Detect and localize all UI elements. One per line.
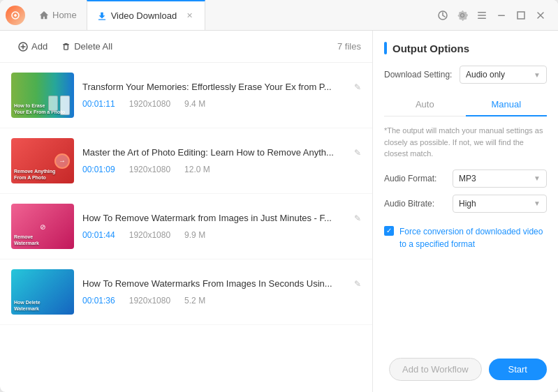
video-title: Transform Your Memories: Effortlessly Er… xyxy=(82,82,350,92)
video-item[interactable]: How to EraseYour Ex From a Photo Transfo… xyxy=(0,63,372,128)
tab-close-button[interactable]: ✕ xyxy=(184,10,195,22)
main-content: Add Delete All 7 files How to EraseYour … xyxy=(0,31,558,392)
video-size: 5.2 M xyxy=(184,296,205,306)
video-resolution: 1920x1080 xyxy=(129,230,170,240)
start-button[interactable]: Start xyxy=(489,359,547,380)
video-title: How To Remove Watermark from Images in J… xyxy=(82,213,350,223)
app-icon xyxy=(6,6,25,25)
thumb-overlay-text: How DeleteWatermark xyxy=(14,299,41,312)
minimize-icon[interactable] xyxy=(495,9,508,22)
format-dropdown-arrow: ▼ xyxy=(534,174,541,182)
video-meta: 00:01:44 1920x1080 9.9 M xyxy=(82,230,361,240)
video-title: How To Remove Watermarks From Images In … xyxy=(82,278,350,289)
video-list: How to EraseYour Ex From a Photo Transfo… xyxy=(0,63,372,392)
delete-all-button[interactable]: Delete All xyxy=(54,38,119,55)
mode-tabs: Auto Manual xyxy=(384,93,547,116)
video-info: Transform Your Memories: Effortlessly Er… xyxy=(82,82,361,109)
force-convert-checkbox[interactable]: ✓ xyxy=(384,226,394,236)
menu-icon[interactable] xyxy=(476,9,488,22)
download-setting-label: Download Setting: xyxy=(384,70,454,80)
left-panel: Add Delete All 7 files How to EraseYour … xyxy=(0,31,373,392)
checkmark-icon: ✓ xyxy=(386,227,392,234)
titlebar: Home Video Download ✕ xyxy=(0,0,558,31)
thumb-overlay-text: Remove AnythingFrom A Photo xyxy=(14,168,55,181)
video-size: 12.0 M xyxy=(184,165,210,174)
add-to-workflow-button[interactable]: Add to Workflow xyxy=(389,358,481,381)
video-thumbnail: RemoveWatermark ⊘ xyxy=(11,204,74,249)
video-duration: 00:01:11 xyxy=(82,99,115,109)
history-icon[interactable] xyxy=(436,9,449,22)
video-thumbnail: How to EraseYour Ex From a Photo xyxy=(11,73,74,118)
video-title-row: Transform Your Memories: Effortlessly Er… xyxy=(82,82,361,92)
tab-title: Video Download xyxy=(111,10,177,21)
home-tab-label: Home xyxy=(52,10,77,20)
edit-icon[interactable]: ✎ xyxy=(354,213,361,223)
audio-format-select[interactable]: MP3 ▼ xyxy=(453,169,547,188)
video-item[interactable]: Remove AnythingFrom A Photo → Master the… xyxy=(0,128,372,194)
tab-video-download[interactable]: Video Download ✕ xyxy=(87,0,205,30)
audio-bitrate-label: Audio Bitrate: xyxy=(384,199,447,209)
svg-rect-5 xyxy=(478,17,486,19)
video-resolution: 1920x1080 xyxy=(129,165,170,174)
dropdown-arrow: ▼ xyxy=(534,71,541,79)
plus-circle-icon xyxy=(18,42,28,52)
tab-manual[interactable]: Manual xyxy=(466,93,548,116)
right-panel: Output Options Download Setting: Audio o… xyxy=(373,31,558,392)
accent-bar xyxy=(384,42,387,54)
video-info: How To Remove Watermarks From Images In … xyxy=(82,278,361,306)
video-item[interactable]: How DeleteWatermark How To Remove Waterm… xyxy=(0,259,372,325)
download-setting-value: Audio only xyxy=(466,70,505,80)
close-icon[interactable] xyxy=(534,9,547,22)
svg-rect-7 xyxy=(517,12,524,19)
audio-format-label: Audio Format: xyxy=(384,174,447,183)
audio-bitrate-value: High xyxy=(459,199,476,209)
edit-icon[interactable]: ✎ xyxy=(354,279,361,289)
toolbar: Add Delete All 7 files xyxy=(0,31,372,63)
video-size: 9.9 M xyxy=(184,230,205,240)
video-thumbnail: Remove AnythingFrom A Photo → xyxy=(11,138,74,183)
app-window: Home Video Download ✕ xyxy=(0,0,558,392)
titlebar-tabs: Home Video Download ✕ xyxy=(29,0,436,30)
output-options-header: Output Options xyxy=(384,42,547,54)
video-resolution: 1920x1080 xyxy=(129,296,170,306)
settings-icon[interactable] xyxy=(456,9,469,22)
video-item[interactable]: RemoveWatermark ⊘ How To Remove Watermar… xyxy=(0,194,372,259)
file-count: 7 files xyxy=(337,41,361,52)
audio-bitrate-row: Audio Bitrate: High ▼ xyxy=(384,195,547,213)
download-setting-row: Download Setting: Audio only ▼ xyxy=(384,66,547,84)
thumb-overlay-text: RemoveWatermark xyxy=(14,234,39,246)
video-resolution: 1920x1080 xyxy=(129,99,170,109)
force-convert-row: ✓ Force conversion of downloaded video t… xyxy=(384,225,547,250)
video-duration: 00:01:36 xyxy=(82,296,115,306)
edit-icon[interactable]: ✎ xyxy=(354,82,361,92)
video-meta: 00:01:11 1920x1080 9.4 M xyxy=(82,99,361,109)
video-duration: 00:01:09 xyxy=(82,165,115,174)
audio-format-row: Audio Format: MP3 ▼ xyxy=(384,169,547,188)
edit-icon[interactable]: ✎ xyxy=(354,148,361,158)
maximize-icon[interactable] xyxy=(515,9,527,22)
video-title-row: How To Remove Watermarks From Images In … xyxy=(82,278,361,289)
svg-rect-4 xyxy=(478,15,486,16)
video-meta: 00:01:09 1920x1080 12.0 M xyxy=(82,165,361,174)
video-title-row: Master the Art of Photo Editing: Learn H… xyxy=(82,147,361,158)
output-options-title-text: Output Options xyxy=(392,43,469,54)
add-button[interactable]: Add xyxy=(11,38,54,55)
video-info: Master the Art of Photo Editing: Learn H… xyxy=(82,147,361,174)
tab-auto[interactable]: Auto xyxy=(384,93,466,116)
force-convert-label: Force conversion of downloaded video to … xyxy=(399,225,547,250)
house-icon xyxy=(39,10,49,20)
download-setting-select[interactable]: Audio only ▼ xyxy=(460,66,547,84)
svg-rect-3 xyxy=(478,12,486,13)
audio-format-value: MP3 xyxy=(459,174,476,183)
video-duration: 00:01:44 xyxy=(82,230,115,240)
video-meta: 00:01:36 1920x1080 5.2 M xyxy=(82,296,361,306)
svg-rect-1 xyxy=(98,19,105,20)
video-info: How To Remove Watermark from Images in J… xyxy=(82,213,361,240)
video-thumbnail: How DeleteWatermark xyxy=(11,269,74,315)
tab-home[interactable]: Home xyxy=(29,0,87,30)
manual-note: *The output will match your manual setti… xyxy=(384,125,547,160)
download-icon xyxy=(97,11,107,21)
video-size: 9.4 M xyxy=(184,99,205,109)
trash-icon xyxy=(61,42,71,51)
audio-bitrate-select[interactable]: High ▼ xyxy=(453,195,547,213)
